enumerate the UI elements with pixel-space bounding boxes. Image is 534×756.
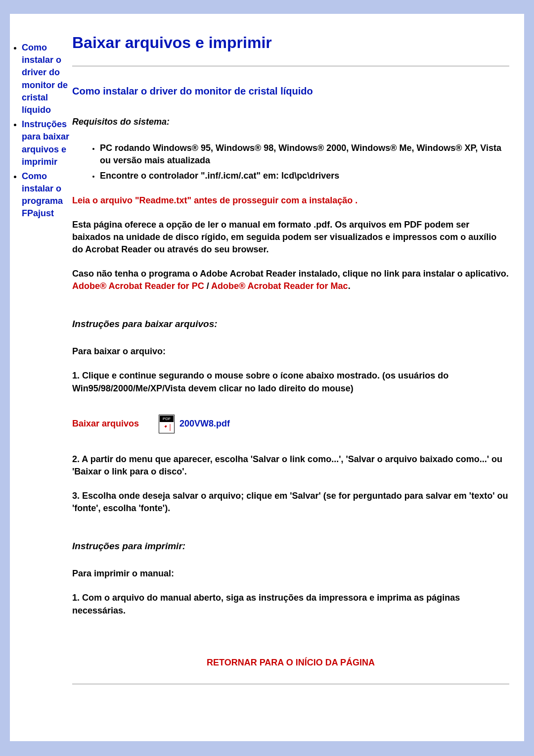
sidebar-item-fpajust[interactable]: Como instalar o programa FPajust: [22, 170, 72, 220]
download-sublabel: Para baixar o arquivo:: [72, 345, 509, 358]
page-title: Baixar arquivos e imprimir: [72, 32, 509, 54]
pdf-intro-text: Esta página oferece a opção de ler o man…: [72, 219, 509, 256]
pdf-download-link[interactable]: 200VW8.pdf: [179, 418, 230, 430]
requirements-label: Requisitos do sistema:: [72, 116, 509, 128]
print-step-1: 1. Com o arquivo do manual aberto, siga …: [72, 592, 509, 616]
divider: [72, 66, 509, 66]
download-step-2: 2. A partir do menu que aparecer, escolh…: [72, 453, 509, 478]
download-step-1: 1. Clique e continue segurando o mouse s…: [72, 370, 509, 394]
acrobat-intro-text: Caso não tenha o programa o Adobe Acroba…: [72, 269, 509, 279]
readme-warning: Leia o arquivo "Readme.txt" antes de pro…: [72, 194, 509, 207]
acrobat-mac-link[interactable]: Adobe® Acrobat Reader for Mac: [211, 281, 348, 291]
separator: /: [204, 281, 211, 291]
document-page: Como instalar o driver do monitor de cri…: [10, 14, 524, 741]
print-sublabel: Para imprimir o manual:: [72, 567, 509, 580]
main-content: Baixar arquivos e imprimir Como instalar…: [72, 14, 524, 741]
period: .: [348, 281, 351, 291]
sidebar-item-download[interactable]: Instruções para baixar arquivos e imprim…: [22, 118, 72, 168]
section-heading-driver: Como instalar o driver do monitor de cri…: [72, 84, 509, 98]
download-files-label: Baixar arquivos: [72, 418, 139, 429]
list-item: Encontre o controlador ".inf/.icm/.cat" …: [100, 170, 509, 182]
pdf-file-icon[interactable]: [159, 415, 175, 433]
return-to-top-link[interactable]: RETORNAR PARA O INÍCIO DA PÁGINA: [72, 657, 509, 669]
sidebar-item-driver[interactable]: Como instalar o driver do monitor de cri…: [22, 42, 72, 116]
list-item: PC rodando Windows® 95, Windows® 98, Win…: [100, 142, 509, 167]
print-heading: Instruções para imprimir:: [72, 540, 509, 553]
acrobat-pc-link[interactable]: Adobe® Acrobat Reader for PC: [72, 281, 204, 291]
divider-bottom: [72, 684, 509, 684]
acrobat-paragraph: Caso não tenha o programa o Adobe Acroba…: [72, 268, 509, 292]
download-heading: Instruções para baixar arquivos:: [72, 318, 509, 331]
download-step-3: 3. Escolha onde deseja salvar o arquivo;…: [72, 490, 509, 515]
sidebar-nav: Como instalar o driver do monitor de cri…: [10, 14, 72, 741]
download-row: Baixar arquivos 200VW8.pdf: [72, 415, 509, 433]
requirements-list: PC rodando Windows® 95, Windows® 98, Win…: [72, 142, 509, 183]
